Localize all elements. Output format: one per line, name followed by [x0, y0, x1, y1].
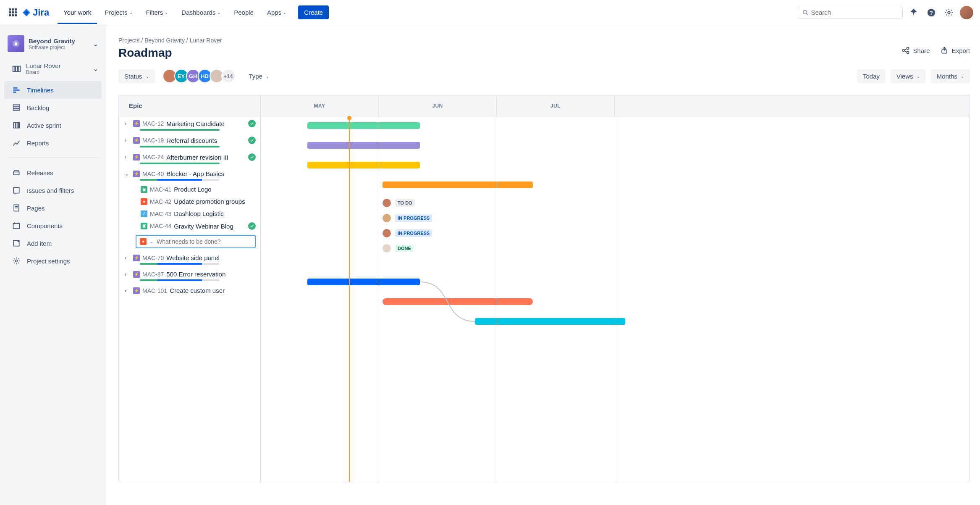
epic-row[interactable]: ›⚡MAC-19Referral discounts	[119, 133, 260, 150]
share-button[interactable]: Share	[901, 46, 930, 55]
assignee-avatar[interactable]	[383, 229, 391, 237]
new-issue-input-wrapper[interactable]: ●⌄	[136, 235, 256, 248]
sidebar-item-project-settings[interactable]: Project settings	[4, 252, 102, 270]
app-switcher-icon[interactable]	[7, 7, 18, 18]
chevron-right-icon[interactable]: ›	[125, 137, 131, 143]
status-badge[interactable]: TO DO	[395, 199, 415, 207]
chevron-right-icon[interactable]: ›	[125, 271, 131, 277]
chevron-right-icon[interactable]: ›	[125, 255, 131, 261]
breadcrumb-link[interactable]: Beyond Gravity	[144, 37, 185, 44]
sidebar-item-reports[interactable]: Reports	[4, 134, 102, 152]
epic-bar[interactable]	[307, 122, 420, 129]
today-button[interactable]: Today	[857, 69, 886, 83]
issue-key[interactable]: MAC-43	[150, 210, 171, 217]
child-issue-row[interactable]: ●MAC-42Update promotion groups	[119, 195, 260, 208]
chevron-right-icon[interactable]: ›	[125, 154, 131, 160]
epic-row[interactable]: ⌄⚡MAC-40Blocker - App Basics	[119, 167, 260, 183]
profile-avatar[interactable]	[960, 6, 973, 19]
issue-key[interactable]: MAC-12	[142, 120, 164, 127]
export-button[interactable]: Export	[940, 46, 970, 55]
svg-point-29	[16, 260, 18, 262]
issue-key[interactable]: MAC-41	[150, 186, 171, 193]
notifications-icon[interactable]	[907, 6, 920, 19]
bug-icon[interactable]: ●	[140, 238, 147, 245]
issue-key[interactable]: MAC-87	[142, 271, 164, 278]
sidebar-item-components[interactable]: Components	[4, 217, 102, 234]
assignee-filter[interactable]: EYGHHD+14	[162, 69, 236, 83]
assignee-avatar[interactable]	[383, 244, 391, 252]
epic-row[interactable]: ›⚡MAC-70Website side panel	[119, 251, 260, 267]
search-input-wrapper[interactable]	[798, 6, 903, 19]
chevron-down-icon[interactable]: ⌄	[125, 171, 131, 177]
issue-summary[interactable]: Blocker - App Basics	[166, 170, 224, 177]
sidebar-item-issues-and-filters[interactable]: Issues and filters	[4, 181, 102, 199]
issue-key[interactable]: MAC-24	[142, 154, 164, 160]
epic-bar[interactable]	[475, 318, 625, 325]
issue-summary[interactable]: Website side panel	[166, 254, 219, 261]
nav-your-work[interactable]: Your work	[58, 1, 97, 24]
status-badge[interactable]: IN PROGRESS	[395, 214, 432, 222]
child-issue-row[interactable]: ✓MAC-43Dashloop Logistic	[119, 208, 260, 220]
nav-projects[interactable]: Projects⌄	[99, 1, 138, 24]
epic-row[interactable]: ›⚡MAC-87500 Error reservation	[119, 267, 260, 284]
more-assignees[interactable]: +14	[221, 69, 236, 83]
status-badge[interactable]: IN PROGRESS	[395, 229, 432, 237]
nav-dashboards[interactable]: Dashboards⌄	[176, 1, 226, 24]
sidebar-item-pages[interactable]: Pages	[4, 199, 102, 217]
settings-icon[interactable]	[942, 6, 956, 19]
epic-bar[interactable]	[307, 279, 420, 285]
epic-bar[interactable]	[307, 142, 420, 149]
epic-bar[interactable]	[383, 181, 533, 188]
issue-summary[interactable]: Marketing Candidate	[166, 120, 224, 127]
create-button[interactable]: Create	[298, 5, 329, 19]
epic-row[interactable]: ›⚡MAC-12Marketing Candidate	[119, 116, 260, 133]
epic-bar[interactable]	[383, 298, 533, 305]
breadcrumb-link[interactable]: Projects	[118, 37, 140, 44]
assignee-avatar[interactable]	[383, 199, 391, 207]
issue-key[interactable]: MAC-42	[150, 198, 171, 205]
search-input[interactable]	[811, 9, 898, 16]
issue-summary[interactable]: Update promotion groups	[174, 198, 245, 205]
epic-bar[interactable]	[307, 162, 420, 168]
breadcrumb-link[interactable]: Lunar Rover	[190, 37, 222, 44]
status-filter[interactable]: Status⌄	[118, 69, 155, 83]
type-filter[interactable]: Type⌄	[243, 69, 275, 83]
project-switcher[interactable]: Beyond Gravity Software project ⌄	[4, 32, 102, 55]
issue-summary[interactable]: Gravity Webinar Blog	[174, 223, 233, 230]
months-zoom-button[interactable]: Months⌄	[931, 69, 970, 83]
svg-line-33	[904, 49, 907, 50]
jira-logo[interactable]: Jira	[22, 7, 49, 18]
sidebar-item-releases[interactable]: Releases	[4, 164, 102, 181]
new-issue-input[interactable]	[157, 238, 252, 245]
issue-summary[interactable]: 500 Error reservation	[166, 271, 225, 278]
board-switcher[interactable]: Lunar Rover Board ⌄	[4, 59, 102, 79]
epic-row[interactable]: ›⚡MAC-101Create custom user	[119, 284, 260, 297]
chevron-right-icon[interactable]: ›	[125, 121, 131, 126]
issue-summary[interactable]: Product Logo	[174, 186, 211, 193]
issue-key[interactable]: MAC-101	[142, 287, 167, 294]
issue-key[interactable]: MAC-70	[142, 255, 164, 261]
issue-key[interactable]: MAC-40	[142, 171, 164, 177]
nav-filters[interactable]: Filters⌄	[140, 1, 174, 24]
child-issue-row[interactable]: ▣MAC-41Product Logo	[119, 183, 260, 195]
issue-key[interactable]: MAC-19	[142, 137, 164, 144]
views-button[interactable]: Views⌄	[891, 69, 926, 83]
chevron-down-icon[interactable]: ⌄	[150, 239, 153, 244]
chevron-right-icon[interactable]: ›	[125, 288, 131, 294]
sidebar-item-add-item[interactable]: Add item	[4, 234, 102, 252]
nav-people[interactable]: People	[228, 1, 259, 24]
sidebar-item-active-sprint[interactable]: Active sprint	[4, 116, 102, 134]
issue-key[interactable]: MAC-44	[150, 223, 171, 229]
nav-apps[interactable]: Apps⌄	[261, 1, 292, 24]
help-icon[interactable]: ?	[925, 6, 938, 19]
child-issue-row[interactable]: ▣MAC-44Gravity Webinar Blog	[119, 220, 260, 232]
issue-summary[interactable]: Dashloop Logistic	[174, 210, 223, 217]
assignee-avatar[interactable]	[383, 214, 391, 222]
sidebar-item-timelines[interactable]: Timelines	[4, 81, 102, 99]
issue-summary[interactable]: Referral discounts	[166, 137, 217, 144]
issue-summary[interactable]: Afterburner revision III	[166, 154, 228, 161]
issue-summary[interactable]: Create custom user	[170, 287, 225, 294]
epic-row[interactable]: ›⚡MAC-24Afterburner revision III	[119, 150, 260, 167]
status-badge[interactable]: DONE	[395, 245, 414, 252]
sidebar-item-backlog[interactable]: Backlog	[4, 99, 102, 116]
